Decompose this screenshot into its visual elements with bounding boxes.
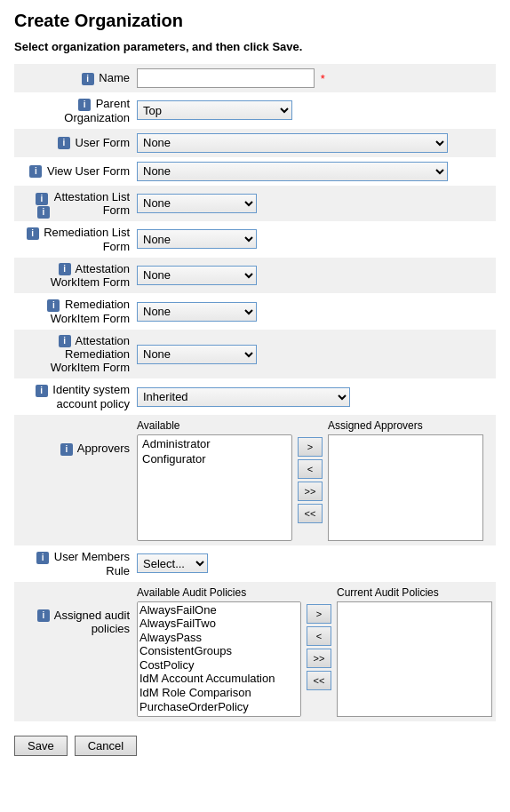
cancel-button[interactable]: Cancel	[75, 736, 137, 756]
current-audit-list	[337, 601, 492, 717]
attestation-remediation-info-icon: i	[59, 335, 71, 347]
attestation-list-form-label: Attestation List Form	[54, 190, 130, 218]
remove-all-approvers-button[interactable]: <<	[298, 504, 323, 523]
list-item[interactable]: Configurator	[139, 451, 290, 466]
remediation-workitem-form-label: Remediation WorkItem Form	[51, 298, 130, 325]
remediation-list-info-icon: i	[27, 227, 39, 240]
parent-org-select[interactable]: Top	[137, 100, 292, 120]
list-item[interactable]: AlwaysPass	[139, 631, 299, 645]
list-item[interactable]: ConsistentGroups	[139, 644, 299, 658]
list-item[interactable]: CostPolicy	[139, 658, 299, 673]
available-audit-label: Available Audit Policies	[137, 586, 301, 599]
identity-policy-info-icon: i	[36, 385, 48, 397]
required-star: *	[321, 72, 325, 85]
user-form-info-icon: i	[58, 137, 70, 149]
list-item[interactable]: BPAC Compliance	[139, 713, 299, 716]
name-label: Name	[99, 71, 130, 84]
remove-audit-button[interactable]: <	[307, 626, 331, 646]
add-audit-button[interactable]: >	[307, 604, 331, 624]
user-members-rule-label: User Members Rule	[54, 550, 130, 577]
user-form-label: User Form	[76, 136, 130, 149]
remove-all-audit-button[interactable]: <<	[307, 671, 331, 690]
parent-org-info-icon: i	[78, 99, 91, 111]
attestation-workitem-form-select[interactable]: None	[137, 266, 257, 285]
save-button[interactable]: Save	[14, 736, 68, 756]
attestation-remediation-workitem-form-select[interactable]: None	[137, 345, 257, 364]
intro-text: Select organization parameters, and then…	[14, 40, 496, 53]
approvers-label: Approvers	[77, 442, 130, 455]
available-audit-list[interactable]: AlwaysFailOne AlwaysFailTwo AlwaysPass C…	[137, 601, 301, 717]
audit-policies-info-icon: i	[37, 609, 50, 622]
user-members-rule-info-icon: i	[36, 552, 49, 564]
current-audit-label: Current Audit Policies	[337, 586, 492, 599]
attestation-list-form-select[interactable]: None	[137, 194, 257, 213]
page-title: Create Organization	[14, 11, 496, 31]
user-members-rule-select[interactable]: Select...	[137, 553, 208, 573]
remediation-list-form-select[interactable]: None	[137, 229, 257, 249]
user-form-select[interactable]: None	[137, 133, 448, 153]
attestation-workitem-info-icon: i	[59, 263, 71, 275]
identity-policy-select[interactable]: Inherited	[137, 387, 350, 407]
list-item[interactable]: IdM Account Accumulation	[139, 672, 299, 686]
name-input[interactable]	[137, 68, 315, 88]
view-user-form-info-icon: i	[29, 165, 42, 178]
assigned-approvers-label: Assigned Approvers	[328, 419, 483, 432]
remediation-workitem-form-select[interactable]: None	[137, 302, 257, 322]
audit-policies-label: Assigned audit policies	[54, 609, 130, 636]
view-user-form-label: View User Form	[47, 164, 130, 178]
list-item[interactable]: AlwaysFailOne	[139, 603, 299, 617]
add-approver-button[interactable]: >	[298, 437, 323, 457]
parent-org-label: Parent Organization	[64, 97, 130, 124]
list-item[interactable]: IdM Role Comparison	[139, 686, 299, 700]
remove-approver-button[interactable]: <	[298, 459, 323, 479]
assigned-approvers-list	[328, 434, 483, 541]
view-user-form-select[interactable]: None	[137, 162, 448, 181]
remediation-workitem-info-icon: i	[47, 299, 60, 312]
identity-policy-label: Identity system account policy	[52, 383, 130, 410]
available-approvers-label: Available	[137, 419, 292, 432]
list-item[interactable]: Administrator	[139, 436, 290, 451]
add-all-approvers-button[interactable]: >>	[298, 482, 323, 501]
add-all-audit-button[interactable]: >>	[307, 649, 331, 668]
remediation-list-form-label: Remediation List Form	[44, 226, 130, 253]
list-item[interactable]: AlwaysFailTwo	[139, 617, 299, 631]
available-approvers-list[interactable]: Administrator Configurator	[137, 434, 292, 541]
approvers-info-icon: i	[60, 443, 73, 456]
attestation-list-info-icon: i i	[36, 191, 50, 203]
name-info-icon: i	[82, 73, 94, 85]
list-item[interactable]: PurchaseOrderPolicy	[139, 700, 299, 714]
